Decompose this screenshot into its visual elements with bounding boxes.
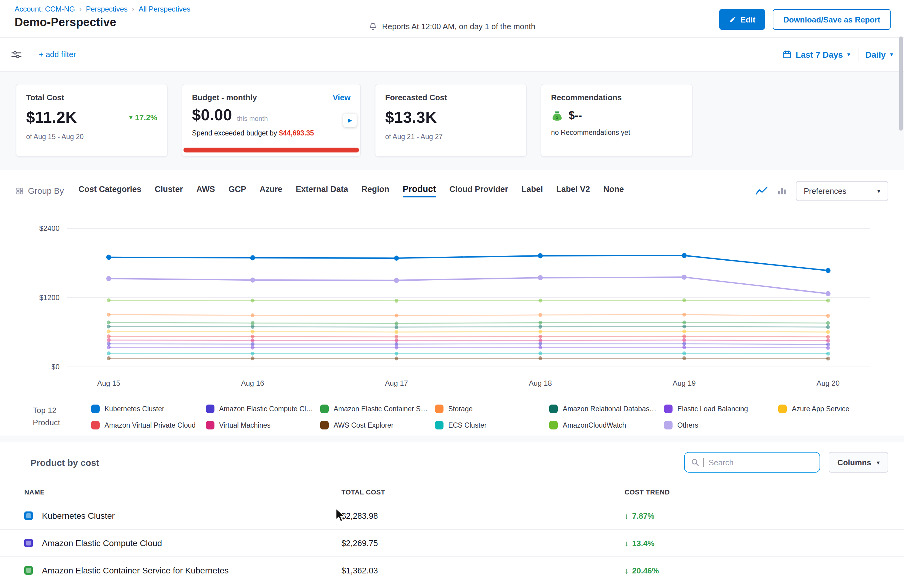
- legend-item[interactable]: Azure App Service: [779, 405, 888, 413]
- chevron-down-icon: ▾: [890, 51, 893, 57]
- legend-label: ECS Cluster: [448, 422, 487, 429]
- breadcrumb-link[interactable]: All Perspectives: [139, 5, 190, 13]
- bar-chart-toggle-icon[interactable]: [777, 186, 787, 196]
- recommendations-note: no Recommendations yet: [551, 129, 682, 136]
- legend-swatch: [320, 405, 329, 413]
- col-header-name[interactable]: NAME: [24, 488, 341, 496]
- col-header-total-cost[interactable]: TOTAL COST: [341, 488, 624, 496]
- preferences-button[interactable]: Preferences ▾: [796, 181, 888, 201]
- table-body: Kubernetes Cluster$2,283.98↓7.87%Amazon …: [0, 503, 904, 584]
- trend-percent: 20.46%: [632, 566, 659, 575]
- triangle-down-icon: ▾: [129, 114, 133, 121]
- budget-exceeded-text: Spend exceeded budget by $44,693.35: [192, 130, 351, 137]
- columns-button[interactable]: Columns ▾: [829, 452, 888, 473]
- legend-swatch: [320, 421, 329, 430]
- arrow-down-icon: ↓: [624, 511, 629, 520]
- tab-external-data[interactable]: External Data: [296, 185, 348, 198]
- trend-percent: 13.4%: [632, 539, 654, 548]
- filter-bar: + add filter Last 7 Days ▾ Daily ▾: [0, 38, 904, 72]
- x-axis-label: Aug 19: [673, 379, 695, 387]
- table-row[interactable]: Amazon Elastic Container Service for Kub…: [0, 557, 904, 584]
- chevron-down-icon: ▾: [847, 51, 850, 57]
- legend-swatch: [779, 405, 787, 413]
- x-axis-label: Aug 16: [241, 379, 264, 387]
- granularity-picker[interactable]: Daily ▾: [865, 49, 893, 59]
- date-range-picker[interactable]: Last 7 Days ▾: [782, 49, 850, 59]
- budget-exceeded-amount: $44,693.35: [279, 130, 314, 137]
- legend-item[interactable]: Amazon Relational Database ...: [550, 405, 659, 413]
- tab-label-v2[interactable]: Label V2: [556, 185, 590, 198]
- budget-next-button[interactable]: ▶: [343, 114, 357, 127]
- grid-icon: [16, 187, 24, 195]
- table-row[interactable]: Kubernetes Cluster$2,283.98↓7.87%: [0, 503, 904, 530]
- tab-none[interactable]: None: [603, 185, 624, 198]
- table-row[interactable]: Amazon Elastic Compute Cloud$2,269.75↓13…: [0, 530, 904, 557]
- tab-cloud-provider[interactable]: Cloud Provider: [449, 185, 508, 198]
- legend-item[interactable]: Others: [664, 421, 774, 430]
- budget-exceeded-prefix: Spend exceeded budget by: [192, 130, 277, 137]
- legend-swatch: [664, 421, 673, 430]
- preferences-label: Preferences: [804, 186, 846, 195]
- y-axis-label: $2400: [39, 224, 60, 232]
- money-bag-icon: $: [551, 110, 563, 122]
- forecasted-cost-value: $13.3K: [385, 108, 437, 127]
- cost-table: NAME TOTAL COST COST TREND Kubernetes Cl…: [0, 482, 904, 584]
- tab-label[interactable]: Label: [522, 185, 543, 198]
- x-axis-label: Aug 20: [817, 379, 839, 387]
- legend-item[interactable]: AWS Cost Explorer: [320, 421, 430, 430]
- budget-view-link[interactable]: View: [333, 93, 351, 102]
- search-placeholder: Search: [709, 458, 733, 467]
- legend-item[interactable]: Amazon Virtual Private Cloud: [91, 421, 201, 430]
- legend-swatch: [91, 421, 100, 430]
- recommendations-label: Recommendations: [551, 93, 682, 102]
- tab-region[interactable]: Region: [362, 185, 389, 198]
- reports-schedule-text: Reports At 12:00 AM, on day 1 of the mon…: [382, 22, 535, 31]
- download-save-report-button[interactable]: Download/Save as Report: [773, 9, 891, 30]
- tab-product[interactable]: Product: [403, 184, 436, 198]
- tab-cost-categories[interactable]: Cost Categories: [78, 185, 141, 198]
- search-input[interactable]: Search: [684, 452, 820, 473]
- tab-azure[interactable]: Azure: [259, 185, 282, 198]
- forecasted-cost-label: Forecasted Cost: [385, 93, 517, 102]
- add-filter-button[interactable]: + add filter: [39, 50, 76, 59]
- legend-item[interactable]: Amazon Elastic Container Se...: [320, 405, 430, 413]
- total-cost-delta-value: 17.2%: [135, 113, 157, 122]
- edit-button[interactable]: Edit: [719, 9, 765, 30]
- total-cost-value: $11.2K: [26, 108, 77, 127]
- header-actions: Edit Download/Save as Report: [719, 9, 891, 30]
- page-header: Account: CCM-NG›Perspectives›All Perspec…: [0, 0, 904, 38]
- tab-aws[interactable]: AWS: [196, 185, 215, 198]
- x-axis-label: Aug 18: [529, 379, 552, 387]
- scrollbar-thumb[interactable]: [899, 36, 903, 131]
- product-table-section: Product by cost Search Columns ▾ NAME TO: [0, 442, 904, 584]
- legend-title-line2: Product: [33, 417, 73, 429]
- legend-title-line1: Top 12: [33, 405, 73, 417]
- legend-item[interactable]: AmazonCloudWatch: [550, 421, 659, 430]
- line-chart-toggle-icon[interactable]: [755, 186, 768, 196]
- bell-icon: [369, 22, 377, 31]
- legend-item[interactable]: Kubernetes Cluster: [91, 405, 201, 413]
- filter-sliders-icon[interactable]: [11, 49, 22, 59]
- col-header-cost-trend[interactable]: COST TREND: [624, 488, 904, 496]
- chart-legend-items: Kubernetes ClusterAmazon Elastic Compute…: [91, 405, 888, 430]
- tab-gcp[interactable]: GCP: [228, 185, 247, 198]
- table-header-row: NAME TOTAL COST COST TREND: [0, 482, 904, 503]
- legend-item[interactable]: ECS Cluster: [435, 421, 544, 430]
- table-title: Product by cost: [30, 457, 100, 468]
- breadcrumb-link[interactable]: Account: CCM-NG: [14, 5, 75, 13]
- breadcrumb-link[interactable]: Perspectives: [86, 5, 128, 13]
- row-cost-trend: ↓20.46%: [624, 566, 904, 575]
- legend-item[interactable]: Virtual Machines: [205, 421, 315, 430]
- chart-plot-area[interactable]: $2400$1200$0: [67, 222, 870, 374]
- legend-item[interactable]: Storage: [435, 405, 544, 413]
- legend-item[interactable]: Amazon Elastic Compute Clo...: [205, 405, 315, 413]
- total-cost-period: of Aug 15 - Aug 20: [26, 133, 157, 140]
- budget-label: Budget - monthly: [192, 93, 257, 102]
- search-icon: [691, 458, 700, 466]
- row-product-name: Amazon Elastic Container Service for Kub…: [42, 566, 229, 575]
- legend-label: Amazon Virtual Private Cloud: [104, 422, 196, 429]
- legend-swatch: [435, 421, 443, 430]
- tab-cluster[interactable]: Cluster: [155, 185, 183, 198]
- legend-item[interactable]: Elastic Load Balancing: [664, 405, 774, 413]
- legend-label: Azure App Service: [792, 405, 849, 413]
